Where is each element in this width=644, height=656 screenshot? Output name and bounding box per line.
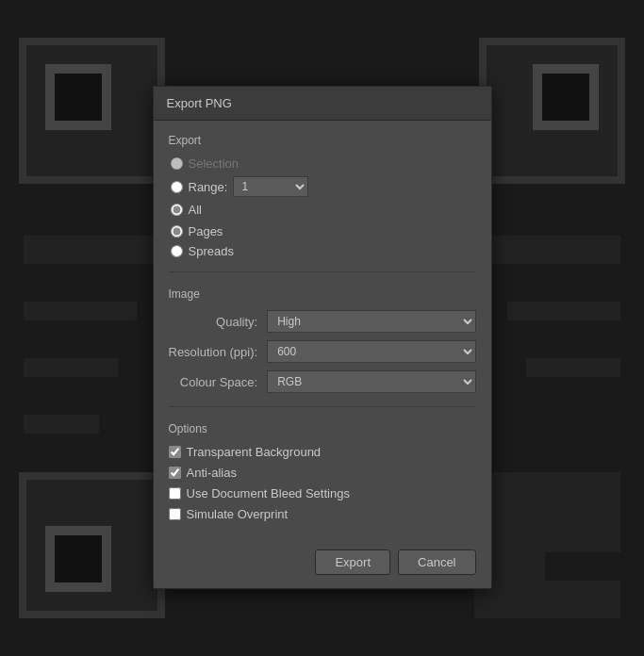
selection-label: Selection — [189, 156, 239, 171]
resolution-label: Resolution (ppi): — [169, 345, 258, 359]
selection-radio-row: Selection — [171, 156, 476, 171]
range-radio[interactable] — [171, 181, 183, 193]
resolution-select[interactable]: 72 96 150 300 600 — [267, 340, 475, 363]
dialog-title: Export PNG — [167, 96, 232, 110]
options-checkbox-group: Transparent Background Anti-alias Use Do… — [169, 445, 476, 521]
anti-alias-row: Anti-alias — [169, 466, 476, 480]
image-fields: Quality: Low Medium High Maximum Resolut… — [169, 310, 476, 393]
colour-space-label: Colour Space: — [169, 375, 258, 389]
simulate-overprint-row: Simulate Overprint — [169, 507, 476, 521]
use-bleed-row: Use Document Bleed Settings — [169, 486, 476, 500]
transparent-bg-checkbox[interactable] — [169, 446, 181, 458]
range-radio-row: Range: 1 — [171, 176, 476, 197]
range-label: Range: — [189, 180, 228, 194]
spreads-label: Spreads — [189, 244, 234, 258]
pages-radio[interactable] — [171, 225, 183, 238]
all-radio-row: All — [171, 203, 476, 217]
options-section-title: Options — [169, 422, 476, 435]
export-section-title: Export — [169, 134, 476, 147]
colour-space-select[interactable]: RGB CMYK Grayscale — [267, 370, 475, 393]
pages-radio-row: Pages — [171, 224, 476, 238]
anti-alias-checkbox[interactable] — [169, 467, 181, 479]
spreads-radio-row: Spreads — [171, 244, 476, 258]
all-label: All — [189, 203, 202, 217]
simulate-overprint-checkbox[interactable] — [169, 508, 181, 520]
quality-select[interactable]: Low Medium High Maximum — [267, 310, 475, 333]
transparent-bg-label: Transparent Background — [187, 445, 322, 459]
all-radio[interactable] — [171, 204, 183, 216]
anti-alias-label: Anti-alias — [187, 466, 237, 480]
use-bleed-checkbox[interactable] — [169, 487, 181, 500]
range-select[interactable]: 1 — [233, 176, 308, 197]
selection-radio[interactable] — [171, 157, 183, 170]
cancel-button[interactable]: Cancel — [398, 549, 475, 575]
dialog-titlebar: Export PNG — [154, 87, 491, 121]
export-radio-group: Selection Range: 1 All — [169, 156, 476, 217]
spreads-radio[interactable] — [171, 245, 183, 257]
options-section: Options Transparent Background Anti-alia… — [169, 422, 476, 521]
quality-label: Quality: — [169, 315, 258, 329]
export-button[interactable]: Export — [315, 549, 390, 575]
simulate-overprint-label: Simulate Overprint — [187, 507, 289, 521]
pages-label: Pages — [189, 224, 223, 238]
dialog-footer: Export Cancel — [154, 549, 491, 588]
export-section: Export Selection Range: 1 — [169, 134, 476, 272]
export-png-dialog: Export PNG Export Selection Range: 1 — [153, 86, 492, 589]
image-section-title: Image — [169, 287, 476, 301]
image-section: Image Quality: Low Medium High Maximum R… — [169, 287, 476, 407]
range-row: Range: 1 — [171, 176, 309, 197]
use-bleed-label: Use Document Bleed Settings — [187, 486, 350, 500]
transparent-bg-row: Transparent Background — [169, 445, 476, 459]
pages-spreads-section: Pages Spreads — [171, 224, 476, 258]
